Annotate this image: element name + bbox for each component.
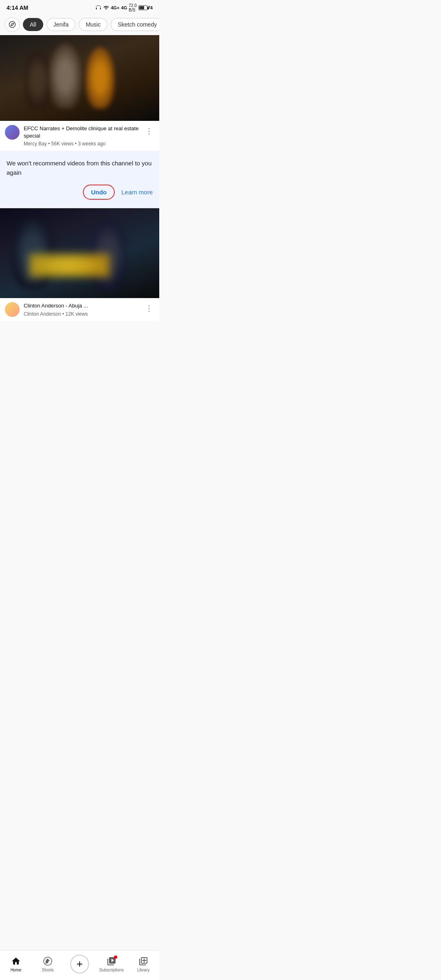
- undo-button[interactable]: Undo: [83, 185, 115, 200]
- second-video-subtitle: Clinton Anderson • 12K views: [24, 311, 140, 317]
- learn-more-button[interactable]: Learn more: [121, 189, 153, 196]
- headphone-icon: [95, 4, 102, 11]
- second-video-card: Clinton Anderson - Abuja ... Clinton And…: [0, 208, 159, 321]
- wifi-icon: [103, 5, 109, 11]
- second-channel-avatar[interactable]: [5, 302, 20, 317]
- notification-message: We won't recommend videos from this chan…: [7, 159, 153, 177]
- compass-icon: [9, 21, 16, 28]
- notification-banner: We won't recommend videos from this chan…: [0, 151, 159, 208]
- battery-indicator: 74: [138, 5, 153, 10]
- first-video-meta: EFCC Narrates + Demolite clinique at rea…: [24, 125, 140, 147]
- status-icons: 4G+ 4G 72.0B/S 74: [95, 3, 153, 12]
- first-video-title[interactable]: EFCC Narrates + Demolite clinique at rea…: [24, 125, 140, 140]
- first-video-info: EFCC Narrates + Demolite clinique at rea…: [0, 121, 159, 151]
- second-video-title[interactable]: Clinton Anderson - Abuja ...: [24, 302, 140, 310]
- first-video-thumbnail[interactable]: [0, 35, 159, 121]
- first-video-subtitle: Mercy Bay • 56K views • 3 weeks ago: [24, 141, 140, 147]
- network-4g2: 4G: [121, 5, 127, 10]
- svg-marker-1: [11, 23, 13, 26]
- first-video-card: EFCC Narrates + Demolite clinique at rea…: [0, 35, 159, 151]
- filter-chip-music[interactable]: Music: [79, 18, 108, 31]
- second-video-menu-button[interactable]: ⋮: [144, 302, 154, 314]
- first-channel-avatar[interactable]: [5, 125, 20, 140]
- explore-button[interactable]: [5, 17, 20, 32]
- filter-chip-all[interactable]: All: [23, 18, 43, 31]
- second-video-meta: Clinton Anderson - Abuja ... Clinton And…: [24, 302, 140, 316]
- filter-bar: All Jenifa Music Sketch comedy: [0, 14, 159, 35]
- battery-speed: 72.0B/S: [129, 3, 136, 12]
- notification-actions: Undo Learn more: [7, 185, 153, 200]
- first-video-menu-button[interactable]: ⋮: [144, 125, 154, 137]
- svg-point-0: [9, 22, 16, 28]
- second-video-thumbnail[interactable]: [0, 208, 159, 298]
- status-bar: 4:14 AM 4G+ 4G 72.0B/S 74: [0, 0, 159, 14]
- network-4g: 4G+: [111, 5, 119, 10]
- second-video-info: Clinton Anderson - Abuja ... Clinton And…: [0, 298, 159, 321]
- status-time: 4:14 AM: [7, 4, 28, 11]
- filter-chip-sketch-comedy[interactable]: Sketch comedy: [111, 18, 159, 31]
- filter-chip-jenifa[interactable]: Jenifa: [47, 18, 76, 31]
